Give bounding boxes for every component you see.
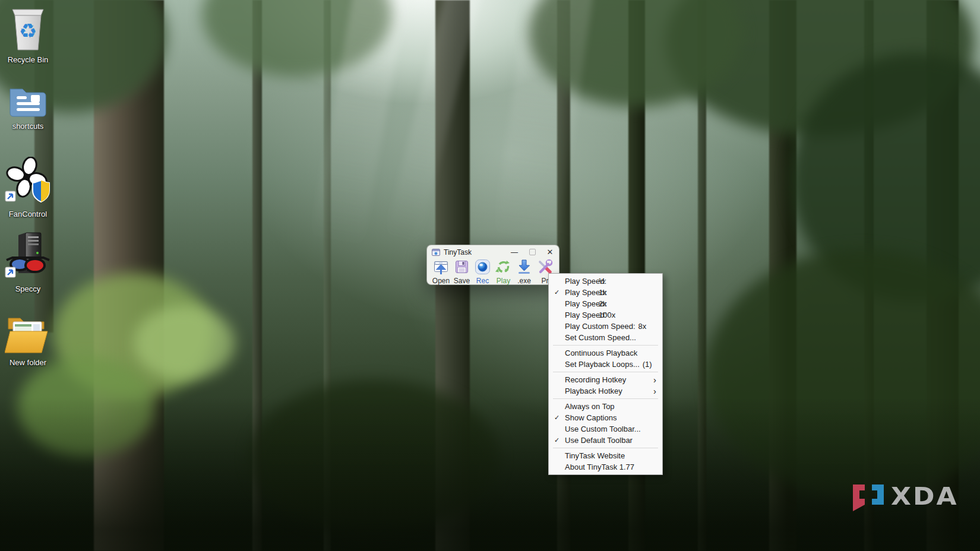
play-icon	[495, 259, 511, 275]
minimize-button[interactable]: —	[505, 246, 523, 259]
shortcut-arrow-icon	[5, 191, 15, 201]
menu-item-play-speed-2x[interactable]: Play Speed: 2x	[549, 298, 662, 309]
tree-trunk	[94, 0, 164, 551]
compile-exe-button[interactable]: .exe	[514, 259, 534, 284]
toolbar-label: Open	[431, 277, 451, 284]
tinytask-window: TinyTask — ✕ Open Save	[426, 245, 559, 285]
xda-wordmark: XDA	[891, 484, 959, 508]
check-icon: ✓	[549, 436, 565, 444]
toolbar-label: Save	[452, 277, 472, 284]
foliage	[134, 306, 235, 380]
prefs-tools-icon	[537, 259, 553, 275]
icon-label: shortcuts	[0, 122, 56, 131]
icon-label: FanControl	[0, 210, 56, 218]
title-bar: TinyTask — ✕	[427, 245, 559, 259]
light-ray	[383, 0, 484, 249]
foliage	[202, 0, 392, 77]
foliage	[665, 0, 974, 137]
foliage	[790, 53, 980, 303]
foliage	[249, 380, 499, 534]
light-ray	[492, 0, 595, 252]
menu-item-set-custom-speed[interactable]: Set Custom Speed...	[549, 332, 662, 343]
folder-icon	[7, 83, 49, 119]
maximize-icon	[529, 249, 536, 255]
speccy-icon	[4, 232, 52, 281]
menu-item-use-default-toolbar[interactable]: ✓ Use Default Toolbar	[549, 435, 662, 446]
light-ray	[309, 0, 410, 252]
exe-download-icon	[516, 259, 532, 275]
record-icon	[475, 259, 491, 275]
desktop-icon-fancontrol[interactable]: FanControl	[0, 157, 56, 218]
menu-item-show-captions[interactable]: ✓ Show Captions	[549, 412, 662, 423]
play-button[interactable]: Play	[494, 259, 513, 284]
foliage	[18, 356, 154, 457]
tree-trunk	[698, 0, 706, 551]
toolbar-label: Rec	[473, 277, 492, 284]
menu-item-recording-hotkey[interactable]: Recording Hotkey ›	[549, 374, 662, 385]
menu-separator	[553, 398, 658, 399]
desktop-icon-recycle-bin[interactable]: ♻ Recycle Bin	[0, 5, 56, 64]
foliage	[529, 0, 742, 107]
check-icon: ✓	[549, 414, 565, 422]
menu-item-continuous-playback[interactable]: Continuous Playback	[549, 347, 662, 359]
xda-watermark: XDA	[851, 481, 959, 512]
desktop-icon-new-folder[interactable]: New folder	[0, 314, 56, 367]
xda-brackets-icon	[851, 481, 886, 512]
save-button[interactable]: Save	[452, 259, 472, 284]
icon-label: Speccy	[0, 285, 56, 293]
open-icon	[433, 259, 449, 275]
menu-item-playback-hotkey[interactable]: Playback Hotkey ›	[549, 385, 662, 397]
desktop-icon-shortcuts[interactable]: shortcuts	[0, 83, 56, 131]
close-button[interactable]: ✕	[541, 246, 559, 259]
icon-label: New folder	[0, 359, 56, 367]
window-title: TinyTask	[444, 248, 505, 256]
desktop-icon-speccy[interactable]: Speccy	[0, 232, 56, 293]
menu-item-tinytask-website[interactable]: TinyTask Website	[549, 450, 662, 461]
menu-item-play-speed-1x[interactable]: ✓ Play Speed: 1x	[549, 287, 662, 298]
submenu-arrow-icon: ›	[653, 375, 662, 384]
icon-label: Recycle Bin	[0, 56, 56, 64]
menu-item-set-playback-loops[interactable]: Set Playback Loops... (1)	[549, 359, 662, 370]
tree-trunk	[324, 0, 331, 551]
tree-trunk	[927, 0, 959, 551]
menu-item-use-custom-toolbar[interactable]: Use Custom Toolbar...	[549, 423, 662, 435]
save-icon	[454, 259, 470, 275]
uac-shield-icon	[33, 180, 49, 202]
toolbar: Open Save Rec	[427, 259, 559, 284]
recycle-bin-icon: ♻	[11, 5, 45, 52]
record-button[interactable]: Rec	[473, 259, 492, 284]
submenu-arrow-icon: ›	[653, 387, 662, 395]
menu-item-play-custom-speed[interactable]: Play Custom Speed: 8x	[549, 321, 662, 332]
context-menu: Play Speed: ½ ✓ Play Speed: 1x Play Spee…	[548, 273, 663, 475]
tree-trunk	[864, 0, 874, 551]
foliage	[53, 273, 214, 398]
menu-item-about-tinytask[interactable]: About TinyTask 1.77	[549, 461, 662, 473]
menu-item-play-speed-half[interactable]: Play Speed: ½	[549, 276, 662, 287]
open-button[interactable]: Open	[431, 259, 451, 284]
menu-separator	[553, 448, 658, 448]
tinytask-app-icon	[432, 249, 440, 256]
tree-trunk	[252, 0, 262, 551]
menu-item-always-on-top[interactable]: Always on Top	[549, 401, 662, 412]
shortcut-arrow-icon	[5, 267, 15, 277]
toolbar-label: .exe	[514, 277, 534, 284]
menu-item-play-speed-100x[interactable]: Play Speed: 100x	[549, 309, 662, 321]
tree-trunk	[769, 0, 796, 551]
toolbar-label: Play	[494, 277, 513, 284]
fancontrol-icon	[4, 157, 52, 207]
svg-text:♻: ♻	[19, 20, 37, 42]
check-icon: ✓	[549, 289, 565, 296]
foliage	[707, 249, 980, 499]
menu-separator	[553, 372, 658, 372]
open-folder-icon	[5, 314, 51, 355]
menu-separator	[553, 345, 658, 346]
maximize-button[interactable]	[523, 246, 541, 259]
